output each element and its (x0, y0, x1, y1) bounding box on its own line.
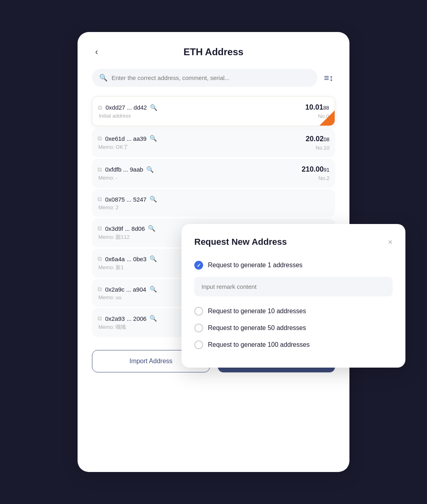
filter-button[interactable]: ≡↕ (322, 71, 335, 85)
address-search-icon[interactable]: 🔍 (150, 255, 157, 262)
address-hash: 0xdd27 ... dd42 (106, 104, 147, 111)
address-no: No.2 (319, 175, 329, 181)
back-button[interactable]: ‹ (92, 45, 101, 59)
modal-close-button[interactable]: × (388, 238, 393, 246)
option-label-4: Request to generate 100 addresses (208, 341, 309, 348)
modal-option-4[interactable]: Request to generate 100 addresses (194, 336, 393, 353)
address-hash: 0xe61d ... aa39 (105, 135, 146, 142)
address-amount: 210.0091 (301, 165, 329, 174)
header: ‹ ETH Address (92, 46, 335, 58)
address-search-icon[interactable]: 🔍 (150, 286, 157, 293)
address-memo: Memo: 圆112 (98, 234, 156, 241)
option-label-3: Request to generate 50 addresses (208, 324, 306, 332)
orange-corner (319, 110, 335, 126)
copy-icon[interactable]: ⧉ (98, 255, 102, 262)
address-hash: 0x2a93 ... 2006 (105, 315, 146, 322)
address-memo: Memo: OK了 (98, 144, 157, 151)
search-icon: 🔍 (99, 74, 108, 82)
modal-option-3[interactable]: Request to generate 50 addresses (194, 320, 393, 336)
main-card: ‹ ETH Address 🔍 ≡↕ ⧉ 0xdd27 ... dd42 🔍 I… (78, 32, 349, 472)
search-bar: 🔍 ≡↕ (92, 69, 335, 87)
address-hash: 0x2a9c ... a904 (105, 286, 146, 293)
address-no: No.10 (315, 145, 329, 151)
search-input-wrap: 🔍 (92, 69, 317, 87)
address-hash: 0x0875 ... 5247 (105, 196, 146, 203)
address-search-icon[interactable]: 🔍 (150, 196, 157, 203)
search-input[interactable] (112, 74, 310, 81)
copy-icon[interactable]: ⧉ (98, 135, 102, 142)
copy-icon[interactable]: ⧉ (98, 166, 102, 173)
address-search-icon[interactable]: 🔍 (150, 135, 157, 142)
address-memo: Memo: 2 (98, 204, 157, 210)
address-item[interactable]: ⧉ 0xdd27 ... dd42 🔍 Initial address 10.0… (92, 96, 335, 126)
address-item[interactable]: ⧉ 0xfdfb ... 9aab 🔍 Memo: - 210.0091 No.… (92, 159, 335, 188)
copy-icon[interactable]: ⧉ (98, 286, 102, 293)
address-item[interactable]: ⧉ 0x0875 ... 5247 🔍 Memo: 2 (92, 189, 335, 217)
address-hash: 0xfdfb ... 9aab (105, 166, 143, 173)
address-memo: Memo: 新1 (98, 264, 157, 271)
modal-title: Request New Address (194, 237, 287, 247)
modal-option-2[interactable]: Request to generate 10 addresses (194, 303, 393, 320)
request-new-address-modal: Request New Address × ✓ Request to gener… (182, 224, 405, 368)
modal-header: Request New Address × (194, 237, 393, 247)
address-hash: 0x3d9f ... 8d06 (105, 225, 145, 232)
filter-icon: ≡↕ (324, 73, 333, 83)
remark-input[interactable] (194, 277, 393, 296)
radio-unchecked (194, 340, 203, 349)
address-search-icon[interactable]: 🔍 (150, 315, 157, 322)
address-memo: Memo: uu (98, 294, 157, 300)
address-memo: Memo: 哦哦 (98, 324, 157, 331)
address-search-icon[interactable]: 🔍 (150, 104, 158, 111)
address-search-icon[interactable]: 🔍 (146, 166, 154, 173)
radio-unchecked (194, 324, 203, 332)
page-title: ETH Address (184, 46, 243, 58)
radio-unchecked (194, 307, 203, 316)
copy-icon[interactable]: ⧉ (98, 225, 102, 232)
option-label-1: Request to generate 1 addresses (208, 262, 303, 269)
check-mark: ✓ (197, 262, 201, 268)
copy-icon[interactable]: ⧉ (98, 196, 102, 203)
address-item[interactable]: ⧉ 0xe61d ... aa39 🔍 Memo: OK了 20.0208 No… (92, 128, 335, 157)
copy-icon[interactable]: ⧉ (98, 104, 102, 111)
radio-checked: ✓ (194, 261, 203, 270)
copy-icon[interactable]: ⧉ (98, 315, 102, 322)
option-label-2: Request to generate 10 addresses (208, 308, 306, 315)
address-memo: Initial address (99, 113, 158, 119)
address-memo: Memo: - (98, 175, 154, 181)
address-hash: 0x6a4a ... 0be3 (105, 256, 146, 262)
address-amount: 20.0208 (305, 135, 329, 143)
address-search-icon[interactable]: 🔍 (148, 225, 156, 232)
modal-option-1[interactable]: ✓ Request to generate 1 addresses (194, 257, 393, 274)
